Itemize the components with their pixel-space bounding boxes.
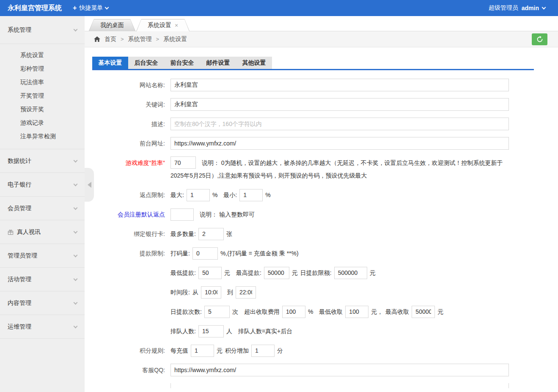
- recharge-input[interactable]: [191, 345, 214, 357]
- tab-label: 我的桌面: [100, 22, 124, 29]
- front-url-input[interactable]: [170, 137, 509, 150]
- chevron-down-icon: [74, 206, 78, 210]
- form-row-rebate-limit: 返点限制: 最大: % 最小: %: [92, 189, 541, 201]
- default-rebate-link[interactable]: 会员注册默认返点: [92, 208, 170, 221]
- tab-frontend-security[interactable]: 前台安全: [164, 57, 200, 69]
- breadcrumb-home[interactable]: 首页: [104, 36, 116, 43]
- max-withdraw-input[interactable]: [264, 267, 289, 279]
- sidebar-item-draw-manage[interactable]: 开奖管理: [0, 89, 85, 102]
- app-title: 永利皇宫管理系统: [0, 4, 85, 13]
- sidebar-group-admins[interactable]: 管理员管理: [0, 244, 85, 268]
- sidebar-group-content[interactable]: 内容管理: [0, 291, 85, 315]
- sidebar-group-label: 数据统计: [8, 157, 31, 165]
- site-name-input[interactable]: [170, 79, 509, 91]
- tab-mail-settings[interactable]: 邮件设置: [200, 57, 236, 69]
- default-rebate-input[interactable]: [170, 208, 194, 221]
- breadcrumb-separator: >: [121, 36, 124, 42]
- tab-system-settings[interactable]: 系统设置 ×: [136, 19, 190, 31]
- yuan-unit: 元: [437, 305, 443, 318]
- form-row-service-qq: 客服QQ:: [92, 364, 541, 376]
- window-tabstrip: 我的桌面 系统设置 ×: [85, 16, 558, 31]
- refresh-button[interactable]: [532, 33, 547, 45]
- gift-icon: [8, 229, 14, 235]
- service-qq-input[interactable]: [170, 364, 509, 376]
- field-label: 前台网址:: [92, 137, 170, 150]
- keywords-input[interactable]: [170, 98, 509, 111]
- partial-input[interactable]: [170, 383, 509, 388]
- difficulty-input[interactable]: [170, 156, 196, 169]
- tabbar-underline: [92, 69, 534, 70]
- code-label: 打码量:: [170, 247, 190, 260]
- tab-basic-settings[interactable]: 基本设置: [92, 57, 128, 69]
- rebate-max-input[interactable]: [187, 189, 210, 201]
- form-row-difficulty: 游戏难度“胜率“ 说明： 0为随机，设置的越大，被杀掉的几率越大（无延迟，不卡奖…: [92, 156, 541, 182]
- chevron-down-icon: [74, 182, 78, 186]
- chevron-down-icon: [74, 27, 78, 31]
- daily-limit-input[interactable]: [334, 267, 367, 279]
- percent-unit: %: [265, 189, 270, 201]
- sidebar-item-system-settings[interactable]: 系统设置: [0, 48, 85, 62]
- yuan-unit: 元: [370, 266, 376, 279]
- sidebar-group-members[interactable]: 会员管理: [0, 197, 85, 220]
- code-input[interactable]: [192, 247, 218, 260]
- default-rebate-note: 说明： 输入整数即可: [200, 208, 255, 221]
- queue-note: 排队人数=真实+后台: [238, 325, 292, 337]
- daily-times-input[interactable]: [204, 306, 230, 318]
- topbar: 永利皇宫管理系统 + 快捷菜单 超级管理员 admin: [0, 0, 558, 16]
- user-menu[interactable]: 超级管理员 admin: [489, 4, 558, 12]
- tab-backend-security[interactable]: 后台安全: [128, 57, 164, 69]
- bank-qty-unit: 张: [226, 228, 232, 240]
- chevron-down-icon: [74, 229, 78, 233]
- sidebar-collapse-handle[interactable]: [85, 168, 94, 202]
- points-add-label: 积分增加: [225, 344, 249, 357]
- field-label: 提款限制:: [92, 247, 170, 260]
- form-row-queue: 排队人数: 人 排队人数=真实+后台: [92, 325, 541, 337]
- quick-menu-label: 快捷菜单: [79, 4, 103, 12]
- from-label: 从: [192, 286, 198, 299]
- chevron-down-icon: [105, 5, 109, 9]
- time-from-input[interactable]: [201, 286, 221, 299]
- tab-my-desktop[interactable]: 我的桌面: [89, 19, 135, 31]
- min-fee-input[interactable]: [345, 306, 368, 318]
- breadcrumb-system-settings[interactable]: 系统设置: [163, 36, 187, 43]
- form-row-time-range: 时间段: 从 到: [92, 286, 541, 299]
- close-icon[interactable]: ×: [175, 22, 178, 29]
- min-withdraw-input[interactable]: [198, 267, 222, 279]
- breadcrumb-system-manage[interactable]: 系统管理: [128, 36, 152, 43]
- sidebar-group-label: 电子银行: [8, 181, 31, 189]
- bank-qty-input[interactable]: [198, 228, 224, 240]
- main-area: 我的桌面 系统设置 × 首页 > 系统管理 > 系统设置: [85, 16, 558, 392]
- max-fee-label: 最高收取: [385, 305, 409, 318]
- form-row-description: 描述:: [92, 118, 541, 130]
- quick-menu-button[interactable]: + 快捷菜单: [73, 4, 108, 12]
- rebate-min-input[interactable]: [239, 189, 263, 201]
- sidebar-group-statistics[interactable]: 数据统计: [0, 149, 85, 173]
- sidebar-group-live-video[interactable]: 真人视讯: [0, 220, 85, 244]
- chevron-left-icon: [88, 182, 91, 188]
- sidebar-item-preset-draw[interactable]: 预设开奖: [0, 102, 85, 116]
- chevron-down-icon: [74, 324, 78, 328]
- percent-unit: %: [212, 189, 217, 201]
- queue-input[interactable]: [198, 325, 224, 337]
- fee-input[interactable]: [282, 306, 305, 318]
- description-input[interactable]: [170, 118, 509, 130]
- form-row-front-url: 前台网址:: [92, 137, 541, 150]
- sidebar-group-ebank[interactable]: 电子银行: [0, 173, 85, 197]
- min-withdraw-label: 最低提款:: [170, 266, 196, 279]
- max-fee-input[interactable]: [412, 306, 435, 318]
- sidebar-group-activities[interactable]: 活动管理: [0, 268, 85, 291]
- chevron-down-icon: [74, 300, 78, 304]
- user-role: 超级管理员: [489, 4, 518, 12]
- daily-times-label: 日提款次数:: [170, 305, 202, 318]
- sidebar-group-ops[interactable]: 运维管理: [0, 315, 85, 339]
- sidebar-item-game-records[interactable]: 游戏记录: [0, 116, 85, 129]
- sidebar-item-bet-anomaly[interactable]: 注单异常检测: [0, 129, 85, 143]
- plus-icon: +: [73, 4, 77, 12]
- tab-other-settings[interactable]: 其他设置: [236, 57, 272, 69]
- sidebar-item-lottery-manage[interactable]: 彩种管理: [0, 62, 85, 75]
- sidebar-group-system[interactable]: 系统管理: [0, 16, 85, 44]
- sidebar-group-label: 管理员管理: [8, 252, 37, 260]
- time-to-input[interactable]: [236, 286, 256, 299]
- sidebar-item-play-rate[interactable]: 玩法倍率: [0, 75, 85, 89]
- points-add-input[interactable]: [251, 345, 275, 357]
